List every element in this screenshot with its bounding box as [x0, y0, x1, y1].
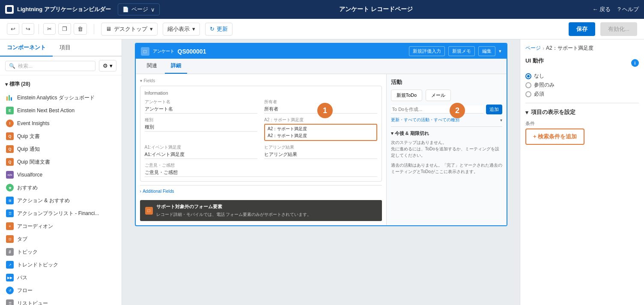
view-selector[interactable]: 縮小表示 ▾ — [163, 23, 200, 36]
ui-action-header: UI 動作 i — [525, 57, 639, 69]
fields-chevron-icon: ▾ — [140, 78, 142, 83]
new-eval-btn[interactable]: 新規評価入力 — [409, 46, 445, 56]
sidebar-item-visualforce[interactable]: </> Visualforce — [0, 168, 122, 181]
back-button[interactable]: ← 戻る — [593, 6, 611, 13]
information-title: Information — [145, 90, 377, 96]
filter-label1[interactable]: 更新・すべての活動・すべての種別 — [391, 117, 459, 123]
activate-button: 有効化... — [600, 22, 637, 36]
todo-input[interactable] — [391, 105, 483, 114]
sidebar-item-list-view[interactable]: ☰ リストビュー — [0, 297, 122, 305]
radio-none[interactable]: なし — [525, 72, 639, 80]
svg-rect-0 — [6, 96, 8, 101]
tab-related[interactable]: 関連 — [141, 59, 163, 74]
preview-tabs: 関連 詳細 — [136, 59, 507, 74]
warning-title: サポート対象外のフォーム要素 — [156, 203, 312, 210]
device-selector[interactable]: 🖥 デスクトップ ▾ — [101, 23, 158, 36]
sidebar-item-quip-notify[interactable]: Q Quip 通知 — [0, 143, 122, 155]
ui-action-title: UI 動作 — [525, 57, 544, 65]
radio-readonly[interactable]: 参照のみ — [525, 81, 639, 89]
sidebar-items: ▾ 標準 (28) Einstein Analytics ダッシュボード E E… — [0, 75, 122, 305]
action-plan-icon: ☰ — [6, 209, 14, 217]
quip-notify-label: Quip 通知 — [17, 146, 40, 153]
standard-section-label: 標準 (28) — [9, 81, 30, 88]
mail-button[interactable]: メール — [426, 90, 451, 101]
record-id: QS000001 — [178, 48, 206, 55]
condition-label: 条件 — [525, 120, 639, 127]
gear-button[interactable]: ⚙ ▾ — [99, 60, 116, 72]
redo-button[interactable]: ↪ — [22, 23, 34, 35]
sidebar-item-topic[interactable]: # トピック — [0, 245, 122, 258]
additional-fields-section[interactable]: › Additional Fields — [140, 185, 382, 197]
warning-banner: □ サポート対象外のフォーム要素 レコード詳細・モバイルでは、電話 フォーム要素… — [140, 200, 382, 221]
radio-none-dot — [525, 73, 531, 79]
quip-notify-icon: Q — [6, 145, 14, 153]
einstein-nba-label: Einstein Next Best Action — [17, 108, 75, 114]
header-chevron-icon[interactable]: ▾ — [499, 48, 501, 54]
radio-required-label: 必須 — [534, 90, 544, 98]
fields-label: Fields — [144, 78, 155, 83]
fields-section-header[interactable]: ▾ Fields — [140, 78, 382, 83]
device-label: デスクトップ — [114, 25, 147, 33]
top-nav: Lightning アプリケーションビルダー 📄 ページ ∨ アンケート レコー… — [0, 0, 644, 19]
breadcrumb-page[interactable]: ページ — [525, 45, 541, 52]
undo-button[interactable]: ↩ — [7, 23, 19, 35]
tab-detail[interactable]: 詳細 — [165, 59, 187, 74]
tab-field[interactable]: 項目 — [53, 39, 78, 57]
sidebar-item-trend-topic[interactable]: ↗ トレンドトピック — [0, 258, 122, 271]
view-label: 縮小表示 — [167, 25, 190, 33]
new-memo-btn[interactable]: 新規メモ — [448, 46, 475, 56]
trend-topic-icon: ↗ — [6, 261, 14, 269]
tab-component[interactable]: コンポーネント — [0, 39, 53, 57]
left-sidebar: コンポーネント 項目 🔍 ⚙ ▾ ▾ 標準 (28) Einst — [0, 39, 122, 305]
sidebar-item-einstein-nba[interactable]: E Einstein Next Best Action — [0, 104, 122, 117]
sidebar-item-recommend[interactable]: ★ おすすめ — [0, 181, 122, 194]
sidebar-item-path[interactable]: ▶▶ パス — [0, 271, 122, 284]
add-condition-button[interactable]: + 検索条件を追加 — [525, 129, 584, 145]
page-title: アンケート レコードページ — [339, 6, 413, 13]
new-todo-button[interactable]: 新規ToDo — [391, 90, 423, 101]
breadcrumb: ページ › A2：サポート満足度 — [525, 45, 639, 52]
save-button[interactable]: 保存 — [569, 22, 595, 36]
delete-button[interactable]: 🗑 — [74, 23, 87, 35]
sidebar-item-flow[interactable]: ↺ フロー — [0, 284, 122, 297]
todo-add-button[interactable]: 追加 — [486, 105, 502, 114]
radio-required[interactable]: 必須 — [525, 90, 639, 98]
path-label: パス — [17, 274, 27, 281]
activity-panel: 活動 新規ToDo メール 追加 更新・すべての活動・すべての種別 ▾ — [387, 74, 507, 225]
info-icon[interactable]: i — [631, 59, 639, 67]
sidebar-item-einstein-analytics[interactable]: Einstein Analytics ダッシュボード — [0, 91, 122, 104]
search-input[interactable] — [18, 63, 92, 69]
visualforce-icon: </> — [6, 171, 14, 179]
help-button[interactable]: ? ヘルプ — [617, 6, 639, 13]
upcoming-empty: 次のステップはありません。先に進めるには、ToDoを追加するか、ミーティングを設… — [391, 139, 502, 158]
sidebar-item-action-plan[interactable]: ☰ アクションプランリスト - Financi... — [0, 207, 122, 220]
field-a1: A1:イベント満足度 A1:イベント満足度 — [145, 144, 258, 159]
a2-input-highlighted[interactable]: A2：サポート満足度 A2：サポート満足度 — [264, 124, 377, 141]
sidebar-item-quip-related[interactable]: Q Quip 関連文書 — [0, 155, 122, 168]
page-dropdown[interactable]: 📄 ページ ∨ — [118, 3, 160, 15]
radio-readonly-label: 参照のみ — [534, 81, 555, 89]
sidebar-item-event-insights[interactable]: ! Event Insights — [0, 117, 122, 130]
quip-doc-icon: Q — [6, 132, 14, 140]
toolbar-actions: ↩ ↪ ✂ ❐ 🗑 — [7, 23, 87, 35]
field-type: 種別 種別 — [145, 117, 258, 141]
copy-button[interactable]: ❐ — [58, 23, 71, 35]
edit-btn[interactable]: 編集 — [478, 46, 495, 56]
sidebar-item-accordion[interactable]: ≡ アコーディオン — [0, 220, 122, 233]
refresh-button[interactable]: ↻ 更新 — [205, 23, 233, 36]
toolbar: ↩ ↪ ✂ ❐ 🗑 🖥 デスクトップ ▾ 縮小表示 ▾ ↻ 更新 保存 有効化.… — [0, 19, 644, 39]
fields-grid: アンケート名 アンケート名 所有者 所有者 種別 — [145, 99, 377, 177]
sidebar-item-tab[interactable]: ⊡ タブ — [0, 233, 122, 245]
accordion-label: アコーディオン — [17, 223, 53, 230]
sidebar-item-action-recommend[interactable]: ⊞ アクション & おすすめ — [0, 194, 122, 207]
warning-content: サポート対象外のフォーム要素 レコード詳細・モバイルでは、電話 フォーム要素のみ… — [156, 203, 312, 218]
search-input-wrap: 🔍 — [5, 61, 95, 71]
past-activity: 過去の活動はありません。「完了」とマークされた過去のミーティングとToDoがここ… — [391, 162, 502, 175]
cut-button[interactable]: ✂ — [43, 23, 56, 35]
einstein-analytics-icon — [6, 94, 14, 102]
standard-section-header[interactable]: ▾ 標準 (28) — [5, 81, 116, 88]
type-value: 種別 — [145, 124, 258, 132]
survey-name-label: アンケート名 — [145, 99, 258, 105]
sidebar-item-quip-doc[interactable]: Q Quip 文書 — [0, 130, 122, 143]
accordion-icon: ≡ — [6, 222, 14, 230]
